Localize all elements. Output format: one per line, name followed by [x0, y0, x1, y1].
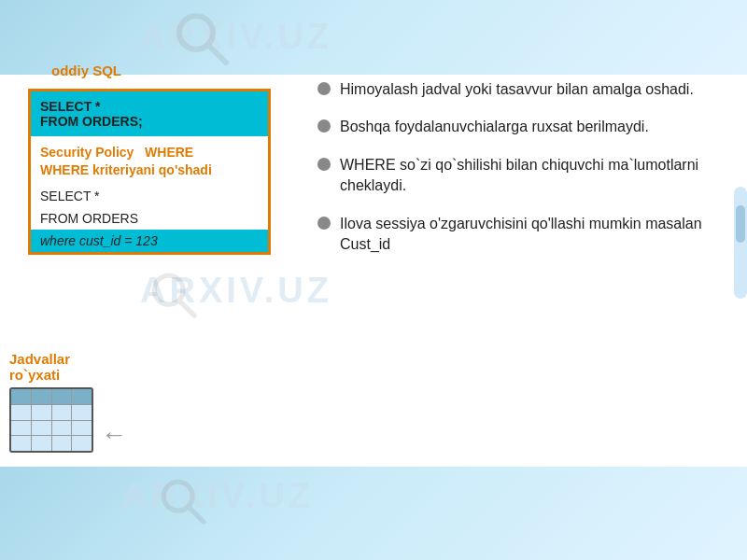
bullet-text-2: Boshqa foydalanuvchialarga ruxsat berilm…	[340, 117, 728, 137]
table-cell	[11, 405, 31, 420]
jadvallar-line2: ro`yxati	[9, 367, 93, 383]
sql-bottom-line1: SELECT *	[31, 185, 268, 207]
jadvallar-line1: Jadvallar	[9, 351, 93, 367]
bullet-dot-3	[317, 158, 331, 171]
table-cell	[72, 421, 92, 436]
oddiy-sql-label: oddiy SQL	[51, 63, 121, 78]
left-arrow-indicator: ←	[101, 420, 127, 450]
svg-point-2	[154, 275, 183, 304]
table-cell	[11, 436, 31, 451]
right-scrollbar[interactable]	[734, 187, 747, 299]
table-cell	[11, 389, 31, 404]
sql-bottom-box: SELECT * FROM ORDERS where cust_id = 123	[31, 185, 268, 252]
bullet-item-1: Himoyalash jadval yoki tasavvur bilan am…	[317, 79, 728, 100]
table-cell	[32, 389, 51, 404]
bullet-item-2: Boshqa foydalanuvchialarga ruxsat berilm…	[317, 117, 728, 137]
bullet-text-1: Himoyalash jadval yoki tasavvur bilan am…	[340, 79, 728, 100]
watermark-mid: ARXIV.UZ	[140, 271, 332, 311]
table-cell	[52, 405, 72, 420]
table-cell	[52, 421, 72, 436]
where-label: WHERE	[145, 145, 193, 160]
table-cell	[52, 436, 72, 451]
bullet-text-4: Ilova sessiya o'zgaruvchisini qo'llashi …	[340, 214, 728, 256]
table-cell	[72, 436, 92, 451]
security-policy-area: Security Policy WHERE WHERE kriteriyani …	[31, 136, 268, 185]
bullet-dot-4	[317, 217, 331, 230]
table-cell	[72, 389, 92, 404]
svg-line-3	[179, 301, 194, 315]
sql-top-box: SELECT * FROM ORDERS;	[31, 91, 268, 136]
table-cell	[11, 421, 31, 436]
sql-top-line1: SELECT *	[40, 99, 259, 114]
bg-bottom-gradient	[0, 467, 747, 560]
jadvallar-area: Jadvallar ro`yxati	[9, 351, 93, 453]
orange-container: SELECT * FROM ORDERS; Security Policy WH…	[28, 89, 271, 255]
right-content-panel: Himoyalash jadval yoki tasavvur bilan am…	[317, 79, 728, 272]
bullet-item-3: WHERE so`zi qo`shilishi bilan chiquvchi …	[317, 155, 728, 197]
bullet-text-3: WHERE so`zi qo`shilishi bilan chiquvchi …	[340, 155, 728, 197]
table-cell	[72, 405, 92, 420]
sql-top-line2: FROM ORDERS;	[40, 114, 259, 129]
magnifier-icon-mid	[145, 266, 201, 326]
sql-bottom-line2: FROM ORDERS	[31, 207, 268, 230]
table-cell	[32, 436, 51, 451]
bullet-dot-1	[317, 82, 331, 95]
bullet-item-4: Ilova sessiya o'zgaruvchisini qo'llashi …	[317, 214, 728, 256]
table-cell	[52, 389, 72, 404]
sql-bottom-line3: where cust_id = 123	[31, 230, 268, 252]
table-cell	[32, 421, 51, 436]
table-grid-icon	[9, 387, 93, 453]
security-policy-label: Security Policy	[40, 145, 134, 160]
table-cell	[32, 405, 51, 420]
kriteriyani-label: WHERE kriteriyani qo'shadi	[40, 162, 259, 177]
scrollbar-thumb	[736, 205, 745, 243]
bullet-dot-2	[317, 119, 331, 133]
